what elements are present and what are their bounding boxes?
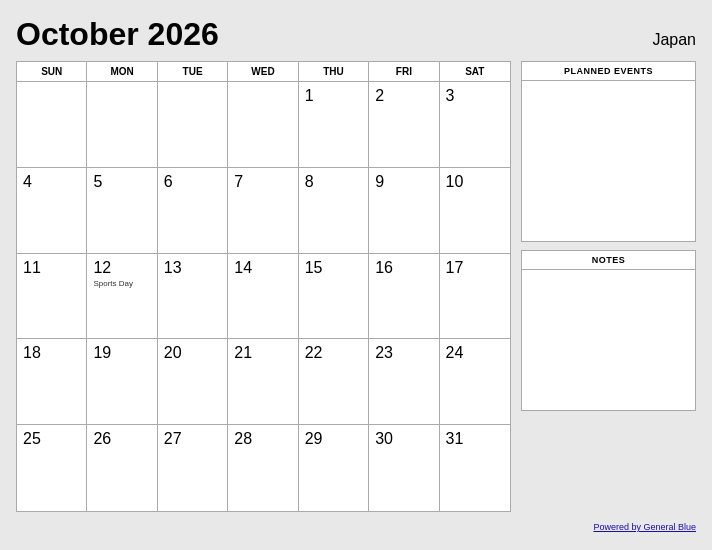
calendar-cell	[228, 82, 298, 168]
calendar-cell: 13	[158, 254, 228, 340]
calendar-cell: 25	[17, 425, 87, 511]
calendar-cell: 31	[440, 425, 510, 511]
calendar-cell: 18	[17, 339, 87, 425]
event-label: Sports Day	[93, 279, 133, 288]
calendar-cell: 15	[299, 254, 369, 340]
calendar-cell: 2	[369, 82, 439, 168]
date-number: 2	[375, 86, 384, 105]
calendar-cell: 26	[87, 425, 157, 511]
date-number: 20	[164, 343, 182, 362]
notes-header: NOTES	[522, 251, 695, 270]
page-title: October 2026	[16, 16, 219, 53]
country-label: Japan	[652, 31, 696, 49]
day-header: WED	[228, 62, 298, 81]
date-number: 28	[234, 429, 252, 448]
calendar-cell: 14	[228, 254, 298, 340]
day-header: TUE	[158, 62, 228, 81]
date-number: 26	[93, 429, 111, 448]
calendar-cell: 6	[158, 168, 228, 254]
date-number: 21	[234, 343, 252, 362]
calendar-cell: 10	[440, 168, 510, 254]
date-number: 1	[305, 86, 314, 105]
calendar-cell	[158, 82, 228, 168]
calendar-cell: 27	[158, 425, 228, 511]
date-number: 31	[446, 429, 464, 448]
date-number: 18	[23, 343, 41, 362]
calendar-cell: 11	[17, 254, 87, 340]
day-header: MON	[87, 62, 157, 81]
calendar-cell	[17, 82, 87, 168]
date-number: 11	[23, 258, 41, 277]
date-number: 14	[234, 258, 252, 277]
calendar-cell: 7	[228, 168, 298, 254]
date-number: 3	[446, 86, 455, 105]
calendar-cell: 28	[228, 425, 298, 511]
day-header: THU	[299, 62, 369, 81]
main-content: SUNMONTUEWEDTHUFRISAT 123456789101112Spo…	[16, 61, 696, 512]
calendar-cell: 9	[369, 168, 439, 254]
calendar-cell: 24	[440, 339, 510, 425]
date-number: 27	[164, 429, 182, 448]
date-number: 16	[375, 258, 393, 277]
planned-events-box: PLANNED EVENTS	[521, 61, 696, 242]
calendar-cell: 17	[440, 254, 510, 340]
date-number: 19	[93, 343, 111, 362]
powered-by-link[interactable]: Powered by General Blue	[593, 522, 696, 532]
date-number: 12	[93, 258, 111, 277]
day-header: FRI	[369, 62, 439, 81]
date-number: 24	[446, 343, 464, 362]
date-number: 30	[375, 429, 393, 448]
date-number: 23	[375, 343, 393, 362]
page: October 2026 Japan SUNMONTUEWEDTHUFRISAT…	[0, 0, 712, 550]
calendar: SUNMONTUEWEDTHUFRISAT 123456789101112Spo…	[16, 61, 511, 512]
calendar-cell: 16	[369, 254, 439, 340]
calendar-cell: 30	[369, 425, 439, 511]
calendar-cell: 21	[228, 339, 298, 425]
date-number: 8	[305, 172, 314, 191]
header: October 2026 Japan	[16, 16, 696, 53]
date-number: 10	[446, 172, 464, 191]
calendar-cell: 1	[299, 82, 369, 168]
calendar-cell: 4	[17, 168, 87, 254]
calendar-cell: 20	[158, 339, 228, 425]
sidebar: PLANNED EVENTS NOTES	[521, 61, 696, 512]
calendar-grid: 123456789101112Sports Day131415161718192…	[17, 82, 510, 511]
notes-content	[522, 270, 695, 410]
date-number: 13	[164, 258, 182, 277]
date-number: 5	[93, 172, 102, 191]
day-headers: SUNMONTUEWEDTHUFRISAT	[17, 62, 510, 82]
calendar-cell: 19	[87, 339, 157, 425]
calendar-cell: 3	[440, 82, 510, 168]
footer: Powered by General Blue	[16, 516, 696, 534]
date-number: 6	[164, 172, 173, 191]
date-number: 29	[305, 429, 323, 448]
planned-events-content	[522, 81, 695, 241]
day-header: SAT	[440, 62, 510, 81]
date-number: 15	[305, 258, 323, 277]
calendar-cell: 8	[299, 168, 369, 254]
calendar-cell: 22	[299, 339, 369, 425]
date-number: 9	[375, 172, 384, 191]
notes-box: NOTES	[521, 250, 696, 411]
planned-events-header: PLANNED EVENTS	[522, 62, 695, 81]
day-header: SUN	[17, 62, 87, 81]
date-number: 25	[23, 429, 41, 448]
date-number: 4	[23, 172, 32, 191]
calendar-cell: 12Sports Day	[87, 254, 157, 340]
calendar-cell: 29	[299, 425, 369, 511]
calendar-cell: 23	[369, 339, 439, 425]
date-number: 7	[234, 172, 243, 191]
date-number: 22	[305, 343, 323, 362]
calendar-cell	[87, 82, 157, 168]
calendar-cell: 5	[87, 168, 157, 254]
date-number: 17	[446, 258, 464, 277]
